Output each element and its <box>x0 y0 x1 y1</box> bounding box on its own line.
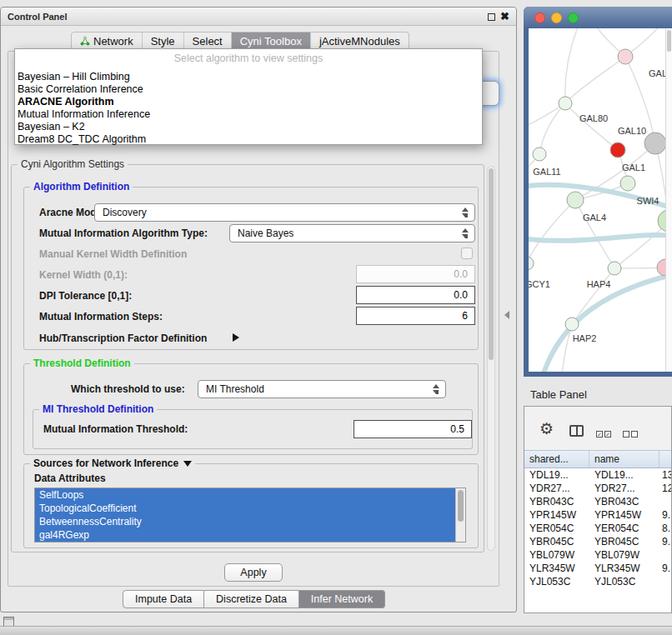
tab-network[interactable]: Network <box>72 32 142 49</box>
scrollbar-thumb[interactable] <box>667 30 671 52</box>
table-cell: YBL079W <box>524 548 589 562</box>
close-panel-button[interactable]: ✖ <box>500 9 509 24</box>
attribute-betweennesscentrality[interactable]: BetweennessCentrality <box>35 515 455 528</box>
graph-node[interactable] <box>610 142 625 158</box>
table-cell: YBR045C <box>589 535 659 548</box>
graph-edge <box>565 57 625 103</box>
network-graph: GALGAL80GAL10GAL11GAL1SWI4GAL4GCY1HAP4HA… <box>529 28 672 372</box>
graph-node[interactable] <box>618 49 633 64</box>
mi-steps-field[interactable]: 6 <box>356 307 475 325</box>
graph-node[interactable] <box>559 97 572 110</box>
tab-jactivemnodules[interactable]: jActiveMNodules <box>310 32 409 49</box>
table-cell: YDL19... <box>589 468 659 482</box>
mi-algorithm-type-select[interactable]: Naive Bayes <box>229 224 475 242</box>
graph-node[interactable] <box>608 262 621 275</box>
sources-group: Sources for Network Inference Data Attri… <box>23 463 479 548</box>
attribute-gal4rgexp[interactable]: gal4RGexp <box>35 528 455 542</box>
tab-select[interactable]: Select <box>183 32 231 49</box>
graph-node-label: GAL <box>649 68 667 78</box>
table-cell: 8. <box>659 522 671 535</box>
column-visibility-button[interactable] <box>569 425 584 437</box>
table-cell: YPR145W <box>524 508 589 522</box>
table-cell: YJL053C <box>524 575 589 588</box>
panel-collapse-arrow-icon[interactable] <box>504 311 509 319</box>
deselect-rows-button[interactable] <box>623 428 639 439</box>
manual-kernel-width-checkbox[interactable] <box>461 248 473 259</box>
table-cell: YBL079W <box>589 548 659 562</box>
sources-group-title[interactable]: Sources for Network Inference <box>30 458 195 469</box>
window-minimize-button[interactable] <box>551 12 562 23</box>
table-cell: 9. <box>659 535 671 548</box>
settings-scrollbar[interactable] <box>487 166 495 551</box>
canvas-scrollbar[interactable] <box>665 28 672 372</box>
float-panel-button[interactable] <box>488 13 495 21</box>
data-attributes-list: SelfLoopsTopologicalCoefficientBetweenne… <box>34 488 466 542</box>
table-row[interactable]: YJL053CYJL053C <box>524 575 671 588</box>
table-row[interactable]: YLR345WYLR345W9. <box>524 562 671 575</box>
network-canvas[interactable]: GALGAL80GAL10GAL11GAL1SWI4GAL4GCY1HAP4HA… <box>529 28 672 372</box>
column-header-shared[interactable]: shared... <box>524 451 589 468</box>
which-threshold-select[interactable]: MI Threshold <box>198 380 446 398</box>
dpi-tolerance-field[interactable]: 0.0 <box>356 286 475 304</box>
graph-node[interactable] <box>533 148 546 161</box>
collapse-down-arrow-icon <box>183 461 192 467</box>
graph-edge <box>575 200 614 268</box>
tab-discretize-data[interactable]: Discretize Data <box>204 590 299 608</box>
checked-box-icon <box>596 431 603 438</box>
aracne-mode-select[interactable]: Discovery <box>94 203 475 222</box>
expand-right-arrow-icon[interactable] <box>233 333 239 342</box>
apply-button[interactable]: Apply <box>224 563 283 582</box>
algorithm-option-dream8-dc-tdc-algorithm[interactable]: Dream8 DC_TDC Algorithm <box>15 133 482 146</box>
combo-arrows-icon <box>433 384 440 394</box>
attribute-topologicalcoefficient[interactable]: TopologicalCoefficient <box>35 502 455 515</box>
unchecked-box-icon <box>623 431 629 438</box>
graph-node[interactable] <box>644 132 666 154</box>
window-close-button[interactable] <box>534 12 545 23</box>
kernel-width-field[interactable]: 0.0 <box>356 265 475 283</box>
attribute-selfloops[interactable]: SelfLoops <box>35 488 455 502</box>
algorithm-option-bayesian-k2[interactable]: Bayesian – K2 <box>15 121 482 133</box>
graph-node[interactable] <box>565 318 579 331</box>
table-row[interactable]: YBR045CYBR045C9. <box>524 535 671 548</box>
attributes-scrollbar[interactable] <box>455 488 465 542</box>
scrollbar-thumb[interactable] <box>489 168 494 360</box>
graph-node[interactable] <box>567 192 584 208</box>
hub-section-label[interactable]: Hub/Transcription Factor Definition <box>39 332 207 344</box>
column-header-extra[interactable] <box>659 451 671 468</box>
column-header-name[interactable]: name <box>589 451 659 468</box>
tab-cyni-toolbox[interactable]: Cyni Toolbox <box>231 32 310 49</box>
algorithm-option-mutual-information-inference[interactable]: Mutual Information Inference <box>15 108 482 121</box>
table-cell: YBR043C <box>524 495 589 508</box>
table-cell: YER054C <box>524 522 589 535</box>
algorithm-dropdown-popup: Select algorithm to view settings Bayesi… <box>14 48 483 145</box>
table-header: shared...name <box>524 450 671 468</box>
unchecked-box-icon <box>631 431 638 438</box>
control-panel-titlebar[interactable]: Control Panel ✖ <box>1 8 516 26</box>
tab-style[interactable]: Style <box>142 32 183 49</box>
table-row[interactable]: YER054CYER054C8. <box>524 522 671 535</box>
status-bar <box>0 626 672 635</box>
table-cell: 13 <box>659 468 671 482</box>
scrollbar-thumb[interactable] <box>458 490 464 522</box>
select-rows-button[interactable] <box>596 428 613 439</box>
algorithm-definition-title: Algorithm Definition <box>30 181 133 192</box>
settings-gear-button[interactable]: ⚙ <box>539 421 554 438</box>
table-row[interactable]: YBR043CYBR043C <box>524 495 671 508</box>
window-zoom-button[interactable] <box>568 12 579 23</box>
algorithm-option-bayesian-hill-climbing[interactable]: Bayesian – Hill Climbing <box>15 71 482 83</box>
table-row[interactable]: YDL19...YDL19...13 <box>524 468 671 482</box>
tab-label: Network <box>93 35 133 48</box>
mi-algorithm-type-label: Mutual Information Algorithm Type: <box>39 228 208 239</box>
tab-impute-data[interactable]: Impute Data <box>123 590 204 608</box>
graph-node[interactable] <box>529 257 534 270</box>
algorithm-option-basic-correlation-inference[interactable]: Basic Correlation Inference <box>15 83 482 96</box>
table-row[interactable]: YDR27...YDR27...12 <box>524 482 671 495</box>
table-row[interactable]: YBL079WYBL079W <box>524 548 671 562</box>
graph-edge <box>529 200 575 263</box>
graph-node[interactable] <box>620 176 635 191</box>
mi-threshold-field[interactable]: 0.5 <box>354 420 472 438</box>
table-row[interactable]: YPR145WYPR145W9. <box>524 508 671 522</box>
tab-infer-network[interactable]: Infer Network <box>299 590 385 608</box>
network-window-titlebar[interactable] <box>524 7 672 28</box>
algorithm-option-aracne-algorithm[interactable]: ARACNE Algorithm <box>15 96 482 108</box>
